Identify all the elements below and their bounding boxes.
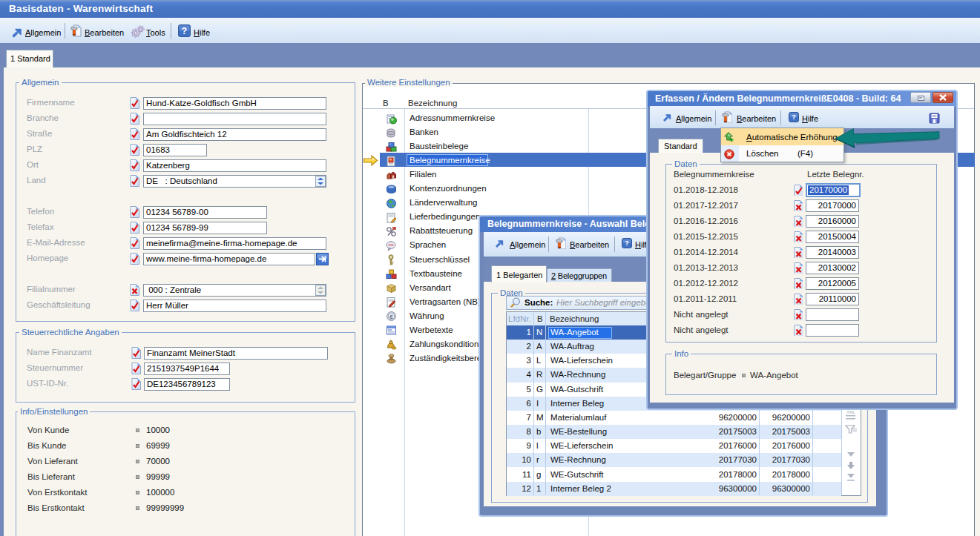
svg-text:?: ? — [182, 26, 187, 36]
svg-text:?: ? — [792, 113, 796, 121]
svg-text:€: € — [389, 314, 393, 320]
svg-text:?: ? — [625, 239, 629, 247]
svg-text:XML: XML — [846, 410, 855, 414]
